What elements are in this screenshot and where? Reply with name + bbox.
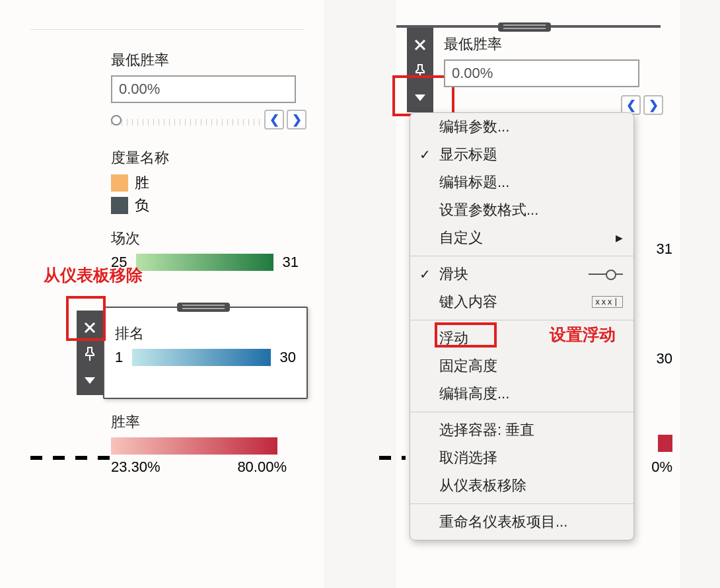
menu-separator <box>410 320 633 320</box>
check-icon: ✓ <box>419 266 431 282</box>
menu-deselect[interactable]: 取消选择 <box>410 444 633 472</box>
menu-param-format[interactable]: 设置参数格式... <box>410 196 633 224</box>
menu-customize[interactable]: 自定义▶ <box>410 224 633 252</box>
shenglv-max-peek: 0% <box>651 459 672 476</box>
changci-title: 场次 <box>111 229 299 248</box>
type-glyph-icon: xxx| <box>592 296 623 308</box>
menu-edit-height[interactable]: 编辑高度... <box>410 380 633 408</box>
pin-icon[interactable] <box>77 341 103 367</box>
param-value: 0.00% <box>119 81 160 97</box>
gradient-paiming <box>132 349 270 366</box>
menu-rename[interactable]: 重命名仪表板项目... <box>410 508 633 540</box>
chevron-right-icon: ▶ <box>616 233 623 243</box>
measure-legend: 度量名称 胜 负 <box>111 148 169 215</box>
menu-separator <box>410 412 633 412</box>
legend-item-lose[interactable]: 负 <box>111 196 169 215</box>
menu-slider[interactable]: ✓滑块 <box>410 260 633 288</box>
paiming-max-peek: 30 <box>657 350 672 367</box>
menu-remove[interactable]: 从仪表板移除 <box>410 472 633 499</box>
param-title: 最低胜率 <box>444 34 639 54</box>
menu-fixed-height[interactable]: 固定高度 <box>410 352 633 380</box>
param-input[interactable]: 0.00% <box>444 59 639 87</box>
left-panel: 最低胜率 0.00% ❮ ❯ 度量名称 胜 负 场次 25 31 <box>0 0 324 588</box>
grip-handle[interactable] <box>177 303 230 312</box>
menu-separator <box>410 256 633 256</box>
slider-handle-icon[interactable] <box>111 115 122 126</box>
param-title: 最低胜率 <box>111 50 306 70</box>
paiming-card[interactable]: 排名 1 30 <box>103 307 308 399</box>
paiming-max: 30 <box>280 349 296 366</box>
annotation-box-close <box>66 296 106 341</box>
shenglv-title: 胜率 <box>111 412 299 432</box>
gradient-shenglv <box>111 437 277 455</box>
slider-stepper: ❮ ❯ <box>264 110 306 129</box>
shenglv-swatch-peek <box>658 435 672 452</box>
paiming-min: 1 <box>115 349 123 366</box>
menu-edit-title[interactable]: 编辑标题... <box>410 168 633 196</box>
menu-select-container[interactable]: 选择容器: 垂直 <box>410 416 633 444</box>
legend-label: 负 <box>135 196 149 215</box>
menu-separator <box>410 503 633 504</box>
shenglv-legend: 胜率 23.30% 80.00% <box>111 412 299 476</box>
shenglv-max: 80.00% <box>237 459 287 476</box>
param-section: 最低胜率 0.00% ❮ ❯ <box>111 50 306 129</box>
step-next-button[interactable]: ❯ <box>287 110 306 129</box>
right-panel: 最低胜率 0.00% ❮ ❯ 31 30 0% 编辑参数... ✓显示标题 编辑… <box>396 0 680 588</box>
param-input[interactable]: 0.00% <box>111 75 296 103</box>
check-icon: ✓ <box>419 147 431 163</box>
gradient-changci <box>136 254 273 271</box>
swatch-win-icon <box>111 174 128 192</box>
menu-type-in[interactable]: 键入内容xxx| <box>410 288 633 316</box>
shenglv-min: 23.30% <box>111 459 161 476</box>
divider <box>30 29 304 30</box>
menu-edit-params[interactable]: 编辑参数... <box>410 113 633 141</box>
paiming-title: 排名 <box>115 324 296 344</box>
dash-line <box>30 456 110 460</box>
swatch-lose-icon <box>111 197 128 214</box>
changci-max: 31 <box>283 254 299 271</box>
slider-glyph-icon <box>589 270 623 279</box>
annotation-remove: 从仪表板移除 <box>44 264 143 286</box>
dash-line-right <box>379 456 406 460</box>
param-value: 0.00% <box>452 65 493 81</box>
grip-handle-top[interactable] <box>498 22 551 32</box>
step-prev-button[interactable]: ❮ <box>264 110 284 129</box>
legend-item-win[interactable]: 胜 <box>111 173 169 193</box>
param-section-right: 最低胜率 0.00% <box>444 34 639 87</box>
measure-title: 度量名称 <box>111 148 169 168</box>
close-icon[interactable] <box>407 32 433 58</box>
annotation-float-label: 设置浮动 <box>550 324 616 346</box>
param-slider[interactable] <box>111 114 260 126</box>
step-next-button[interactable]: ❯ <box>643 95 663 115</box>
chevron-down-icon[interactable] <box>77 367 103 394</box>
svg-marker-2 <box>85 377 95 384</box>
changci-max-peek: 31 <box>657 240 672 258</box>
annotation-box-floating <box>435 322 497 348</box>
menu-show-title[interactable]: ✓显示标题 <box>410 141 633 168</box>
legend-label: 胜 <box>135 173 149 193</box>
